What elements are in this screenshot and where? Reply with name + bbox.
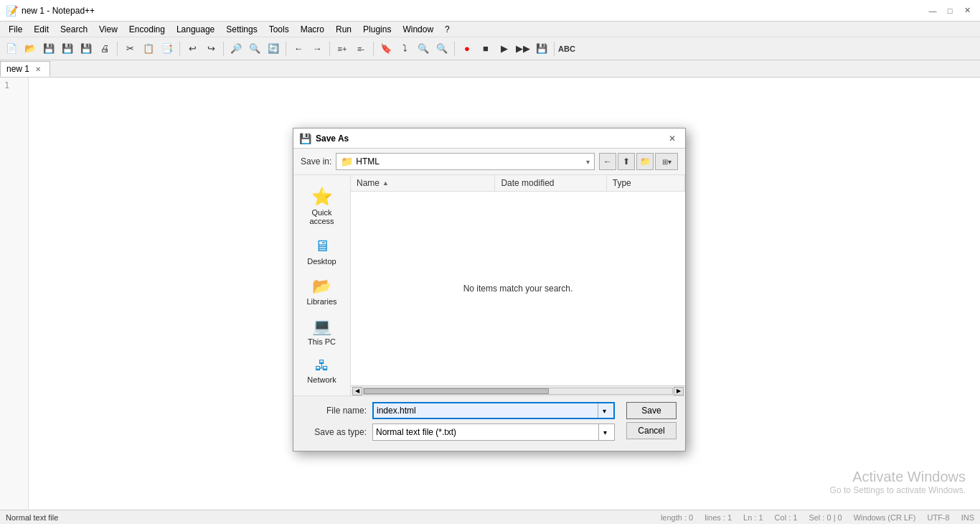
window-close-button[interactable]: ✕ xyxy=(960,4,974,18)
tb-macro-stop[interactable]: ■ xyxy=(477,40,494,57)
save-in-folder-icon: 📁 xyxy=(341,156,353,167)
tab-new1[interactable]: new 1 ✕ xyxy=(0,61,50,77)
file-list: Name ▲ Date modified Type No items match… xyxy=(351,175,685,396)
tb-bookmark[interactable]: 🔖 xyxy=(377,40,395,57)
column-type[interactable]: Type xyxy=(607,175,685,191)
column-date-label: Date modified xyxy=(501,178,554,188)
save-as-type-row: Save as type: Normal text file (*.txt) ▾ xyxy=(302,424,615,441)
save-as-type-combo[interactable]: Normal text file (*.txt) ▾ xyxy=(372,424,615,441)
new-folder-icon: 📁 xyxy=(640,156,651,167)
app-icon: 📝 xyxy=(6,5,17,17)
nav-item-quick-access[interactable]: ⭐ Quick access xyxy=(296,182,348,230)
empty-message-text: No items match your search. xyxy=(463,284,573,294)
nav-item-desktop[interactable]: 🖥 Desktop xyxy=(296,233,348,270)
menu-language[interactable]: Language xyxy=(171,23,220,36)
up-button[interactable]: ⬆ xyxy=(618,153,635,170)
form-with-buttons: File name: ▾ Save as type: Normal text f… xyxy=(302,402,677,445)
menu-file[interactable]: File xyxy=(3,23,28,36)
dialog-title-bar: 💾 Save As ✕ xyxy=(293,128,685,149)
column-date-modified[interactable]: Date modified xyxy=(495,175,606,191)
status-bar: Normal text file length : 0 lines : 1 Ln… xyxy=(0,510,980,524)
column-name-label: Name xyxy=(357,178,380,188)
form-rows: File name: ▾ Save as type: Normal text f… xyxy=(302,402,615,445)
tb-wrap[interactable]: ⤵ xyxy=(396,40,413,57)
file-name-dropdown-button[interactable]: ▾ xyxy=(598,403,611,418)
new-folder-button[interactable]: 📁 xyxy=(636,153,654,170)
dialog-nav-buttons: ← ⬆ 📁 ⊞ ▾ xyxy=(599,153,678,170)
maximize-button[interactable]: □ xyxy=(943,4,957,18)
save-button[interactable]: Save xyxy=(626,402,677,419)
file-type-status: Normal text file xyxy=(6,513,58,522)
tab-close-button[interactable]: ✕ xyxy=(34,65,42,73)
tb-saveall[interactable]: 💾 xyxy=(77,40,95,57)
tb-macro-save[interactable]: 💾 xyxy=(533,40,550,57)
file-name-row: File name: ▾ xyxy=(302,402,615,419)
menu-encoding[interactable]: Encoding xyxy=(123,23,171,36)
cancel-button[interactable]: Cancel xyxy=(626,422,677,439)
tb-copy[interactable]: 📋 xyxy=(140,40,157,57)
tb-prev[interactable]: ← xyxy=(290,40,307,57)
tb-unindent[interactable]: ≡- xyxy=(352,40,369,57)
tb-new[interactable]: 📄 xyxy=(3,40,20,57)
back-button[interactable]: ← xyxy=(599,153,616,170)
file-name-input[interactable] xyxy=(377,406,595,416)
dialog-title-left: 💾 Save As xyxy=(299,133,349,144)
menu-window[interactable]: Window xyxy=(397,23,439,36)
minimize-button[interactable]: — xyxy=(925,4,940,18)
line-numbers: 1 xyxy=(0,78,29,510)
scrollbar-thumb[interactable] xyxy=(364,388,549,394)
menu-help[interactable]: ? xyxy=(439,23,456,36)
tb-cut[interactable]: ✂ xyxy=(121,40,138,57)
tb-macro-run[interactable]: ▶▶ xyxy=(514,40,532,57)
menu-plugins[interactable]: Plugins xyxy=(357,23,397,36)
scroll-left-button[interactable]: ◀ xyxy=(352,387,362,396)
tb-open[interactable]: 📂 xyxy=(22,40,39,57)
nav-item-this-pc[interactable]: 💻 This PC xyxy=(296,313,348,350)
scrollbar-track[interactable] xyxy=(363,388,673,395)
tb-indent[interactable]: ≡+ xyxy=(334,40,351,57)
tb-zoom-out[interactable]: 🔍 xyxy=(433,40,451,57)
dialog-nav-panel: ⭐ Quick access 🖥 Desktop 📂 Libraries 💻 T… xyxy=(293,175,351,396)
tb-separator-8 xyxy=(554,42,555,56)
tb-paste[interactable]: 📑 xyxy=(159,40,176,57)
column-name[interactable]: Name ▲ xyxy=(351,175,495,191)
notepad-window: 📝 new 1 - Notepad++ — □ ✕ File Edit Sear… xyxy=(0,0,980,524)
this-pc-icon: 💻 xyxy=(312,317,331,336)
save-in-combo[interactable]: 📁 HTML ▾ xyxy=(336,153,595,170)
dialog-close-button[interactable]: ✕ xyxy=(665,131,679,146)
tb-zoom-in[interactable]: 🔍 xyxy=(415,40,432,57)
file-name-combo[interactable]: ▾ xyxy=(372,402,615,419)
scroll-right-button[interactable]: ▶ xyxy=(674,387,684,396)
horizontal-scrollbar[interactable]: ◀ ▶ xyxy=(351,385,685,396)
tb-print[interactable]: 🖨 xyxy=(96,40,113,57)
menu-edit[interactable]: Edit xyxy=(28,23,55,36)
tb-macro-play[interactable]: ▶ xyxy=(496,40,513,57)
save-as-type-label: Save as type: xyxy=(302,427,367,437)
tb-separator-2 xyxy=(179,42,180,56)
column-type-label: Type xyxy=(613,178,631,188)
menu-tools[interactable]: Tools xyxy=(263,23,295,36)
dialog-icon: 💾 xyxy=(299,133,311,144)
tb-undo[interactable]: ↩ xyxy=(184,40,201,57)
status-sel: Sel : 0 | 0 xyxy=(809,513,842,522)
tb-replace[interactable]: 🔄 xyxy=(265,40,282,57)
menu-view[interactable]: View xyxy=(93,23,123,36)
tb-spellcheck[interactable]: ABC xyxy=(558,40,575,57)
tb-find[interactable]: 🔎 xyxy=(227,40,245,57)
save-as-type-dropdown-button[interactable]: ▾ xyxy=(598,424,611,440)
tb-save[interactable]: 💾 xyxy=(40,40,57,57)
tb-next[interactable]: → xyxy=(308,40,326,57)
menu-search[interactable]: Search xyxy=(55,23,93,36)
tb-find2[interactable]: 🔍 xyxy=(246,40,263,57)
menu-run[interactable]: Run xyxy=(330,23,357,36)
nav-item-libraries[interactable]: 📂 Libraries xyxy=(296,273,348,310)
menu-macro[interactable]: Macro xyxy=(295,23,330,36)
tb-macro-rec[interactable]: ● xyxy=(458,40,476,57)
menu-settings[interactable]: Settings xyxy=(220,23,263,36)
tb-saveas[interactable]: 💾 xyxy=(59,40,76,57)
nav-item-network[interactable]: 🖧 Network xyxy=(296,353,348,388)
tb-redo[interactable]: ↪ xyxy=(202,40,220,57)
status-col: Col : 1 xyxy=(775,513,798,522)
views-dropdown-button[interactable]: ⊞ ▾ xyxy=(655,153,678,170)
file-list-empty-message: No items match your search. xyxy=(351,192,685,385)
